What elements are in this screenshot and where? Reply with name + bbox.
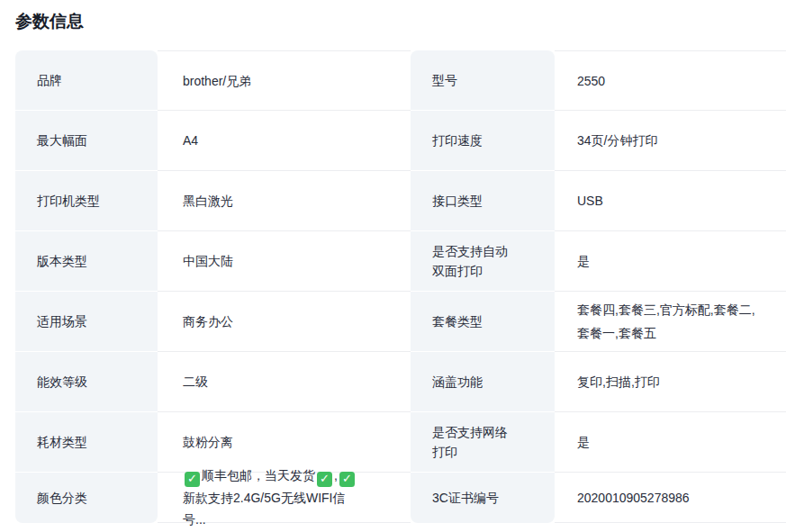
- label-text: 能效等级: [37, 372, 87, 392]
- value-text: 2020010905278986: [577, 486, 690, 509]
- cell-package-type-label: 套餐类型: [411, 292, 555, 352]
- parameter-table: 品牌 brother/兄弟 型号 2550 最大幅面 A4 打印速度 34页/分…: [15, 50, 786, 523]
- check-icon: ✓: [339, 472, 355, 487]
- cell-functions-value: 复印,扫描,打印: [555, 352, 786, 412]
- value-text: A4: [183, 129, 198, 152]
- cell-functions-label: 涵盖功能: [411, 352, 555, 412]
- page-title: 参数信息: [15, 10, 786, 33]
- value-text: 是: [577, 430, 590, 454]
- check-icon: ✓: [317, 472, 332, 487]
- cell-network-print-value: 是: [555, 412, 786, 473]
- cell-energy-level-label: 能效等级: [15, 352, 158, 412]
- label-text: 涵盖功能: [432, 372, 483, 392]
- label-text: 品牌: [37, 70, 62, 90]
- label-text: 最大幅面: [37, 131, 87, 150]
- cell-interface-type-value: USB: [555, 171, 786, 231]
- cell-version-type-label: 版本类型: [15, 231, 158, 292]
- label-text: 颜色分类: [37, 488, 87, 508]
- cell-auto-duplex-label: 是否支持自动双面打印: [411, 231, 555, 292]
- check-icon: ✓: [185, 472, 200, 487]
- value-text: 二级: [183, 370, 208, 393]
- label-text: 型号: [432, 70, 457, 90]
- label-text: 打印机类型: [37, 191, 100, 211]
- cell-color-category-label: 颜色分类: [15, 473, 158, 523]
- cell-cc-cert-no-value: 2020010905278986: [555, 473, 786, 523]
- label-text: 套餐类型: [432, 311, 483, 331]
- value-text: 商务办公: [183, 310, 233, 333]
- label-text: 是否支持自动双面打印: [432, 241, 515, 281]
- label-text: 接口类型: [432, 191, 483, 211]
- cell-color-category-value: ✓顺丰包邮，当天发货✓,✓新款支持2.4G/5G无线WIFI信号...: [158, 473, 411, 523]
- cell-max-size-value: A4: [158, 111, 411, 171]
- value-text: 中国大陆: [183, 249, 233, 273]
- value-text: brother/兄弟: [183, 69, 251, 93]
- cell-consumable-type-value: 鼓粉分离: [158, 412, 411, 473]
- cell-package-type-value: 套餐四,套餐三,官方标配,套餐二,套餐一,套餐五: [555, 292, 786, 352]
- value-text: 黑白激光: [183, 189, 233, 212]
- cell-interface-type-label: 接口类型: [411, 171, 555, 231]
- cell-brand-value: brother/兄弟: [158, 50, 411, 111]
- cell-model-value: 2550: [555, 50, 786, 111]
- cell-version-type-value: 中国大陆: [158, 231, 411, 292]
- cell-auto-duplex-value: 是: [555, 231, 786, 292]
- value-text: 2550: [577, 69, 605, 93]
- value-text: ✓顺丰包邮，当天发货✓,✓新款支持2.4G/5G无线WIFI信号...: [183, 464, 367, 530]
- cell-printer-type-value: 黑白激光: [158, 171, 411, 231]
- value-text: 34页/分钟打印: [577, 129, 657, 152]
- value-text: 复印,扫描,打印: [577, 370, 660, 393]
- label-text: 是否支持网络打印: [432, 422, 515, 462]
- value-text: 鼓粉分离: [183, 430, 233, 454]
- label-text: 适用场景: [37, 311, 87, 331]
- cell-energy-level-value: 二级: [158, 352, 411, 412]
- value-text: 套餐四,套餐三,官方标配,套餐二,套餐一,套餐五: [577, 298, 762, 345]
- cell-model-label: 型号: [411, 50, 555, 111]
- label-text: 耗材类型: [37, 432, 87, 452]
- value-text: 是: [577, 249, 590, 273]
- label-text: 打印速度: [432, 131, 483, 150]
- cell-consumable-type-label: 耗材类型: [15, 412, 158, 473]
- cell-print-speed-value: 34页/分钟打印: [555, 111, 786, 171]
- value-text: USB: [577, 189, 603, 212]
- label-text: 3C证书编号: [432, 488, 499, 508]
- cell-print-speed-label: 打印速度: [411, 111, 555, 171]
- cell-scenario-label: 适用场景: [15, 292, 158, 352]
- cell-brand-label: 品牌: [15, 50, 158, 111]
- cell-scenario-value: 商务办公: [158, 292, 411, 352]
- cell-max-size-label: 最大幅面: [15, 111, 158, 171]
- cell-cc-cert-no-label: 3C证书编号: [411, 473, 555, 523]
- cell-printer-type-label: 打印机类型: [15, 171, 158, 231]
- label-text: 版本类型: [37, 251, 87, 271]
- cell-network-print-label: 是否支持网络打印: [411, 412, 555, 473]
